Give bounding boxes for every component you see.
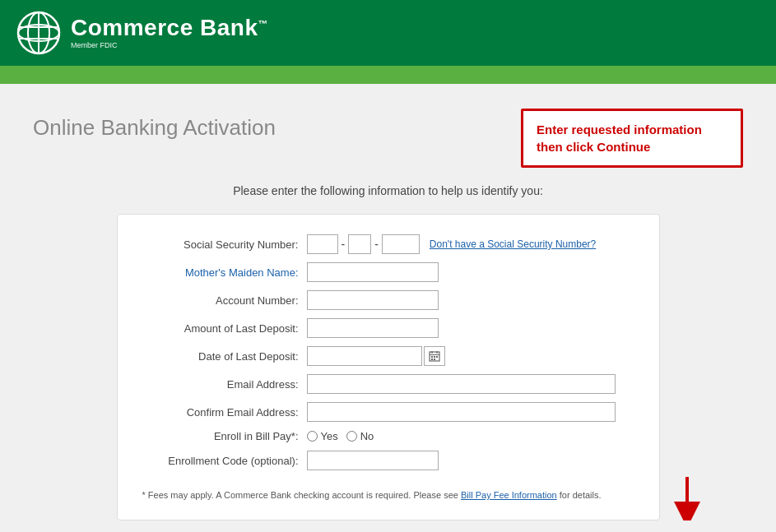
date-deposit-row: Date of Last Deposit: <box>142 346 634 366</box>
svg-rect-12 <box>436 356 438 358</box>
enroll-no-label[interactable]: No <box>346 430 374 442</box>
date-deposit-input[interactable] <box>307 346 422 366</box>
red-arrow-icon <box>672 475 702 520</box>
calendar-button[interactable] <box>424 346 445 366</box>
ssn-input-1[interactable] <box>307 234 338 254</box>
enroll-yes-radio[interactable] <box>307 431 318 442</box>
enrollment-code-input[interactable] <box>307 451 439 470</box>
maiden-name-label: Mother's Maiden Name: <box>142 266 307 279</box>
form-subtitle: Please enter the following information t… <box>33 184 743 197</box>
email-row: Email Address: <box>142 374 634 394</box>
enrollment-code-label: Enrollment Code (optional): <box>142 455 307 467</box>
enroll-radio-group: Yes No <box>307 430 374 442</box>
bank-name: Commerce Bank™ <box>71 16 268 39</box>
enroll-row: Enroll in Bill Pay*: Yes No <box>142 430 634 442</box>
ssn-row: Social Security Number: - - Don't have a… <box>142 234 634 254</box>
logo: Commerce Bank™ Member FDIC <box>16 11 268 55</box>
account-number-label: Account Number: <box>142 294 307 307</box>
enroll-yes-label[interactable]: Yes <box>307 430 338 442</box>
ssn-no-number-link[interactable]: Don't have a Social Security Number? <box>430 238 596 250</box>
maiden-name-input[interactable] <box>307 262 439 282</box>
page-title: Online Banking Activation <box>33 115 276 141</box>
maiden-name-row: Mother's Maiden Name: <box>142 262 634 282</box>
last-deposit-label: Amount of Last Deposit: <box>142 322 307 335</box>
member-fdic: Member FDIC <box>71 41 268 49</box>
enroll-label: Enroll in Bill Pay*: <box>142 430 307 442</box>
svg-rect-10 <box>431 356 433 358</box>
enroll-no-radio[interactable] <box>346 431 357 442</box>
bill-pay-fee-link[interactable]: Bill Pay Fee Information <box>461 490 557 500</box>
ssn-label: Social Security Number: <box>142 238 307 251</box>
email-label: Email Address: <box>142 378 307 391</box>
last-deposit-input[interactable] <box>307 318 439 338</box>
ssn-group: - - Don't have a Social Security Number? <box>307 234 597 254</box>
info-tooltip: Enter requested information then click C… <box>521 109 743 168</box>
ssn-input-3[interactable] <box>382 234 420 254</box>
main-content: Online Banking Activation Enter requeste… <box>0 84 776 532</box>
ssn-input-2[interactable] <box>348 234 371 254</box>
confirm-email-label: Confirm Email Address: <box>142 406 307 419</box>
last-deposit-row: Amount of Last Deposit: <box>142 318 634 338</box>
header: Commerce Bank™ Member FDIC <box>0 0 776 66</box>
bank-name-block: Commerce Bank™ Member FDIC <box>71 16 268 49</box>
svg-rect-14 <box>434 359 435 360</box>
calendar-icon <box>429 350 440 362</box>
footnote: * Fees may apply. A Commerce Bank checki… <box>142 482 634 500</box>
page-title-row: Online Banking Activation Enter requeste… <box>33 109 743 168</box>
account-number-input[interactable] <box>307 290 439 310</box>
svg-rect-13 <box>431 359 433 360</box>
enrollment-code-row: Enrollment Code (optional): <box>142 451 634 470</box>
sub-header-bar <box>0 66 776 84</box>
svg-rect-11 <box>434 356 435 358</box>
form-card: Social Security Number: - - Don't have a… <box>117 214 660 520</box>
account-number-row: Account Number: <box>142 290 634 310</box>
date-deposit-label: Date of Last Deposit: <box>142 350 307 363</box>
arrow-indicator <box>672 475 702 524</box>
email-input[interactable] <box>307 374 616 394</box>
confirm-email-input[interactable] <box>307 402 616 422</box>
globe-icon <box>16 11 61 55</box>
confirm-email-row: Confirm Email Address: <box>142 402 634 422</box>
